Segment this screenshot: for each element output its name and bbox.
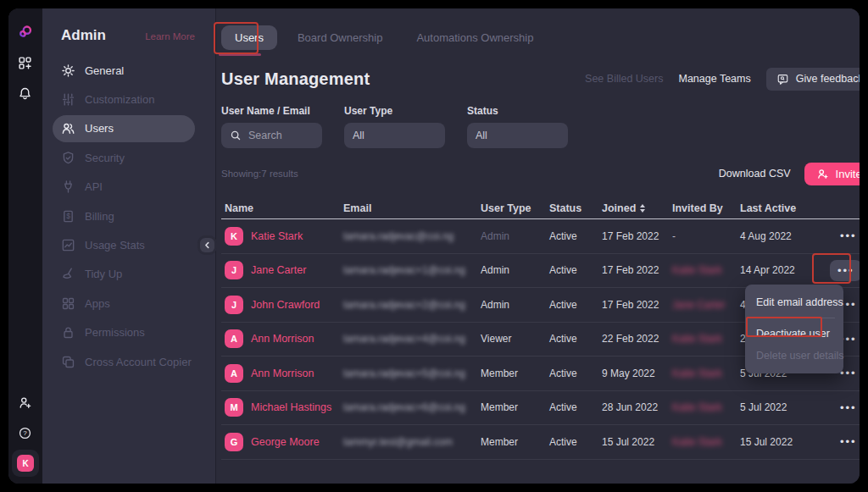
user-name-link[interactable]: Katie Stark bbox=[251, 230, 303, 242]
col-status: Status bbox=[549, 202, 602, 214]
user-name-link[interactable]: Michael Hastings bbox=[251, 401, 331, 413]
user-avatar-button[interactable]: K bbox=[12, 450, 39, 477]
invited-by-value: - bbox=[672, 230, 740, 242]
sidebar-item-label: API bbox=[85, 180, 103, 193]
copy-icon bbox=[61, 355, 75, 369]
status-value: Active bbox=[549, 299, 602, 311]
avatar: K bbox=[17, 455, 34, 472]
sidebar-item-tidy-up[interactable]: Tidy Up bbox=[42, 260, 215, 289]
main-content: Users Board Ownership Automations Owners… bbox=[215, 8, 860, 484]
filter-label-user-type: User Type bbox=[344, 105, 445, 117]
user-name-link[interactable]: Jane Carter bbox=[251, 264, 306, 276]
table-row[interactable]: J Jane Carter tamara.radjevac+1@coi.ng A… bbox=[221, 254, 860, 289]
sidebar-item-permissions[interactable]: Permissions bbox=[42, 318, 215, 347]
search-input[interactable] bbox=[248, 130, 314, 141]
status-value: Active bbox=[549, 230, 602, 242]
sidebar-item-label: Cross Account Copier bbox=[85, 356, 192, 368]
add-widget-icon[interactable] bbox=[18, 56, 33, 71]
joined-value: 9 May 2022 bbox=[602, 368, 672, 379]
sidebar-item-cross-account-copier[interactable]: Cross Account Copier bbox=[42, 347, 215, 376]
table-row[interactable]: M Michael Hastings tamara.radjevac+6@coi… bbox=[221, 391, 860, 426]
avatar: K bbox=[225, 227, 243, 246]
user-type-value: Member bbox=[481, 368, 549, 379]
sidebar-item-security[interactable]: Security bbox=[42, 143, 215, 172]
sidebar-item-usage-stats[interactable]: Usage Stats bbox=[42, 230, 215, 259]
manage-teams-link[interactable]: Manage Teams bbox=[678, 73, 750, 85]
sidebar-item-billing[interactable]: $ Billing bbox=[42, 202, 215, 230]
invite-user-icon[interactable] bbox=[18, 395, 33, 411]
last-active-value: 5 Jul 2022 bbox=[740, 401, 830, 413]
sidebar-collapse-button[interactable] bbox=[200, 238, 214, 252]
svg-text:?: ? bbox=[23, 429, 27, 437]
sidebar-item-label: Permissions bbox=[85, 326, 145, 339]
sidebar-item-api[interactable]: API bbox=[42, 173, 215, 202]
menu-item-edit-email[interactable]: Edit email address bbox=[745, 291, 843, 313]
notifications-bell-icon[interactable] bbox=[18, 86, 33, 102]
tab-users[interactable]: Users bbox=[221, 25, 277, 50]
help-icon[interactable]: ? bbox=[18, 426, 33, 441]
joined-value: 28 Jun 2022 bbox=[602, 401, 672, 413]
avatar: A bbox=[225, 329, 243, 348]
invited-by-blurred: Katie Stark bbox=[672, 333, 740, 345]
table-row[interactable]: G George Moore tammyr.test@gmail.com Mem… bbox=[221, 425, 860, 460]
left-icon-rail: ? K bbox=[8, 8, 42, 484]
col-last-active: Last Active bbox=[740, 202, 830, 214]
col-joined-sort[interactable]: Joined bbox=[602, 202, 672, 214]
sidebar-item-label: Apps bbox=[85, 297, 110, 310]
sidebar-item-general[interactable]: General bbox=[42, 56, 215, 85]
row-menu-button[interactable]: ••• bbox=[835, 432, 860, 451]
status-value: Active bbox=[549, 401, 602, 413]
active-tab-underline bbox=[219, 53, 261, 56]
see-billed-users-link[interactable]: See Billed Users bbox=[585, 73, 663, 85]
tab-automations-ownership[interactable]: Automations Ownership bbox=[403, 25, 547, 50]
tab-board-ownership[interactable]: Board Ownership bbox=[284, 25, 396, 50]
avatar: G bbox=[225, 433, 243, 451]
menu-item-deactivate-user[interactable]: Deactivate user bbox=[745, 323, 843, 345]
product-logo-icon bbox=[18, 24, 33, 39]
svg-text:$: $ bbox=[66, 212, 70, 220]
invite-button[interactable]: Invite bbox=[804, 163, 860, 185]
status-value: Active bbox=[549, 368, 602, 379]
sidebar-item-label: Users bbox=[85, 122, 114, 135]
invite-person-icon bbox=[816, 168, 829, 180]
user-name-link[interactable]: Ann Morrison bbox=[251, 333, 314, 345]
last-active-value: 4 Aug 2022 bbox=[740, 230, 830, 242]
avatar: M bbox=[225, 398, 243, 417]
invited-by-blurred: Jane Carter bbox=[672, 299, 740, 311]
page-title: User Management bbox=[221, 69, 370, 89]
chart-icon bbox=[61, 238, 75, 252]
user-type-value: Admin bbox=[481, 264, 549, 276]
feedback-bubble-icon bbox=[776, 73, 789, 86]
sliders-icon bbox=[61, 92, 75, 107]
filter-label-status: Status bbox=[467, 105, 568, 117]
broom-icon bbox=[61, 267, 75, 281]
status-select[interactable]: All bbox=[467, 123, 568, 148]
sidebar-item-apps[interactable]: Apps bbox=[42, 289, 215, 318]
admin-window: ? K Admin Learn More General bbox=[8, 8, 860, 484]
menu-divider bbox=[754, 318, 835, 318]
joined-value: 17 Feb 2022 bbox=[602, 230, 672, 242]
row-menu-button[interactable]: ••• bbox=[835, 398, 860, 417]
joined-value: 15 Jul 2022 bbox=[602, 436, 672, 448]
sidebar-item-customization[interactable]: Customization bbox=[42, 85, 215, 113]
user-type-select[interactable]: All bbox=[344, 123, 445, 148]
sidebar-menu: General Customization bbox=[42, 56, 215, 376]
user-name-link[interactable]: Ann Morrison bbox=[251, 368, 314, 379]
give-feedback-button[interactable]: Give feedback bbox=[766, 68, 860, 91]
row-menu-button-open[interactable]: ••• bbox=[830, 260, 860, 281]
learn-more-link[interactable]: Learn More bbox=[145, 31, 195, 41]
user-type-value: Admin bbox=[481, 299, 549, 311]
filter-label-user-name-email: User Name / Email bbox=[221, 105, 322, 117]
joined-value: 17 Feb 2022 bbox=[602, 299, 672, 311]
avatar: J bbox=[225, 296, 243, 314]
billing-icon: $ bbox=[61, 209, 75, 224]
table-row[interactable]: K Katie Stark tamara.radjevac@coi.ng Adm… bbox=[221, 219, 860, 254]
row-menu-button[interactable]: ••• bbox=[835, 226, 860, 246]
user-name-link[interactable]: John Crawford bbox=[251, 299, 320, 311]
table-header: Name Email User Type Status Joined Invit… bbox=[221, 197, 860, 219]
download-csv-link[interactable]: Download CSV bbox=[719, 168, 791, 180]
user-name-link[interactable]: George Moore bbox=[251, 436, 320, 448]
results-count: Showing:7 results bbox=[221, 169, 298, 179]
sidebar-item-users[interactable]: Users bbox=[42, 114, 215, 143]
user-type-value: Admin bbox=[481, 230, 549, 242]
